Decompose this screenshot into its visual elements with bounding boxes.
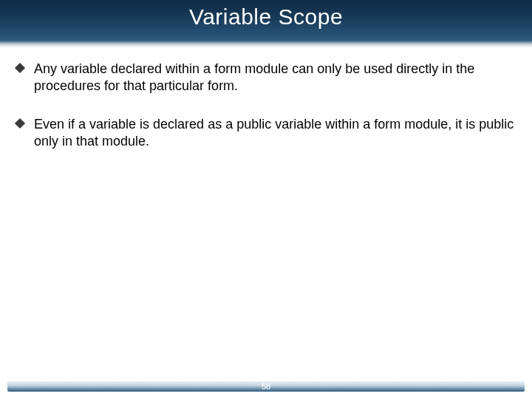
bullet-item: Any variable declared within a form modu… xyxy=(16,61,516,95)
bullet-text: Any variable declared within a form modu… xyxy=(34,61,516,95)
diamond-bullet-icon xyxy=(16,120,24,127)
bullet-item: Even if a variable is declared as a publ… xyxy=(16,116,516,151)
bullet-text: Even if a variable is declared as a publ… xyxy=(34,116,516,151)
slide-body: Any variable declared within a form modu… xyxy=(0,47,532,151)
slide-footer: 58 xyxy=(7,381,525,392)
slide-title: Variable Scope xyxy=(189,4,343,30)
slide-header: Variable Scope xyxy=(0,0,532,47)
page-number: 58 xyxy=(262,381,270,392)
diamond-bullet-icon xyxy=(16,64,24,72)
